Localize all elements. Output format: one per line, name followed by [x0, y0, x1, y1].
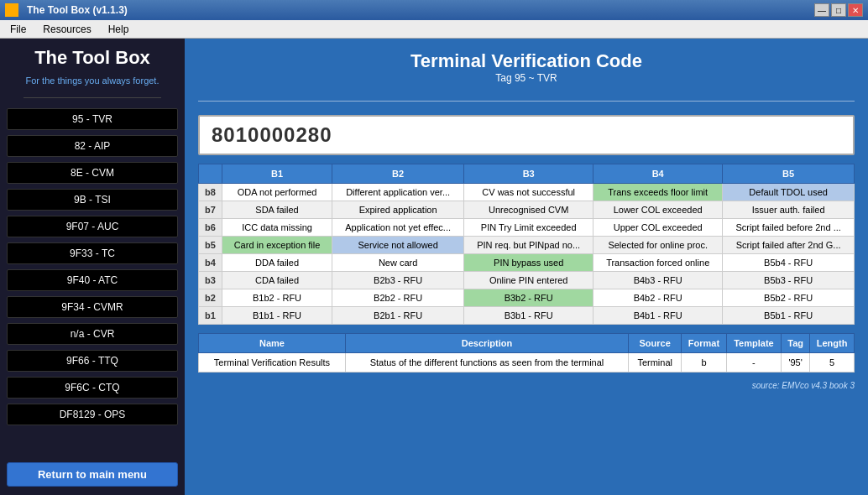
main-layout: The Tool Box For the things you always f… [0, 39, 868, 495]
table-row: Selected for online proc. [593, 237, 723, 254]
title-bar-left: The Tool Box (v1.1.3) [5, 3, 128, 17]
col-header-row [199, 164, 222, 184]
bit-row-label: b7 [199, 201, 222, 219]
table-row: ODA not performed [222, 184, 332, 201]
info-col-length: Length [810, 334, 855, 353]
table-row: B5b3 - RFU [723, 272, 855, 289]
minimize-button[interactable]: — [814, 3, 829, 17]
table-row: Unrecognised CVM [464, 201, 593, 219]
sidebar-btn-9f66ttq[interactable]: 9F66 - TTQ [7, 350, 178, 372]
table-row: PIN Try Limit exceeded [464, 219, 593, 237]
sidebar-btn-9f34cvmr[interactable]: 9F34 - CVMR [7, 296, 178, 318]
menu-file[interactable]: File [3, 22, 33, 37]
table-row: B5b4 - RFU [723, 254, 855, 272]
table-row: SDA failed [222, 201, 332, 219]
bit-row-label: b4 [199, 254, 222, 272]
title-bar: The Tool Box (v1.1.3) — □ ✕ [0, 0, 868, 20]
bit-row-label: b5 [199, 237, 222, 254]
table-row: Upper COL exceeded [593, 219, 723, 237]
col-header-b3: B3 [464, 164, 593, 184]
info-row-format: b [682, 353, 727, 373]
col-header-b4: B4 [593, 164, 723, 184]
tvr-input-container: 8010000280 [198, 115, 855, 155]
table-row: Trans exceeds floor limit [593, 184, 723, 201]
sidebar-subtitle: For the things you always forget. [26, 76, 159, 86]
table-row: Service not allowed [332, 237, 464, 254]
table-row: Script failed after 2nd G... [723, 237, 855, 254]
info-col-description: Description [345, 334, 628, 353]
bit-row-label: b6 [199, 219, 222, 237]
content-header: Terminal Verification Code Tag 95 ~ TVR [198, 50, 855, 84]
table-row: Lower COL exceeded [593, 201, 723, 219]
col-header-b1: B1 [222, 164, 332, 184]
table-row: ICC data missing [222, 219, 332, 237]
table-row: Online PIN entered [464, 272, 593, 289]
sidebar-btn-9f6cctq[interactable]: 9F6C - CTQ [7, 377, 178, 399]
info-col-source: Source [629, 334, 682, 353]
table-row: CDA failed [222, 272, 332, 289]
maximize-button[interactable]: □ [831, 3, 846, 17]
info-row-name: Terminal Verification Results [199, 353, 346, 373]
table-row: B5b2 - RFU [723, 289, 855, 307]
sidebar-btn-9f33tc[interactable]: 9F33 - TC [7, 242, 178, 264]
sidebar-btn-95tvr[interactable]: 95 - TVR [7, 108, 178, 130]
table-row: B4b2 - RFU [593, 289, 723, 307]
table-row: DDA failed [222, 254, 332, 272]
menu-resources[interactable]: Resources [36, 22, 97, 37]
sidebar-btn-nacvr[interactable]: n/a - CVR [7, 323, 178, 345]
col-header-b2: B2 [332, 164, 464, 184]
table-row: B4b3 - RFU [593, 272, 723, 289]
bit-row-label: b1 [199, 307, 222, 325]
info-col-format: Format [682, 334, 727, 353]
sidebar-btn-8ecvm[interactable]: 8E - CVM [7, 162, 178, 184]
table-row: New card [332, 254, 464, 272]
title-bar-controls[interactable]: — □ ✕ [814, 3, 863, 17]
table-row: Different application ver... [332, 184, 464, 201]
info-col-template: Template [726, 334, 781, 353]
info-row-tag: '95' [782, 353, 810, 373]
table-row: B5b1 - RFU [723, 307, 855, 325]
info-col-tag: Tag [782, 334, 810, 353]
sidebar-divider [24, 97, 160, 98]
table-row: B2b3 - RFU [332, 272, 464, 289]
sidebar-btn-9f07auc[interactable]: 9F07 - AUC [7, 216, 178, 237]
info-row-source: Terminal [629, 353, 682, 373]
info-table: Name Description Source Format Template … [198, 333, 855, 373]
table-row: PIN bypass used [464, 254, 593, 272]
table-row: B1b1 - RFU [222, 307, 332, 325]
header-divider [198, 101, 855, 102]
bit-row-label: b3 [199, 272, 222, 289]
menu-help[interactable]: Help [102, 22, 136, 37]
table-row: B2b1 - RFU [332, 307, 464, 325]
table-row: Default TDOL used [723, 184, 855, 201]
info-row-length: 5 [810, 353, 855, 373]
sidebar: The Tool Box For the things you always f… [0, 39, 185, 495]
sidebar-btn-9f40atc[interactable]: 9F40 - ATC [7, 269, 178, 291]
bit-table: B1 B2 B3 B4 B5 b8ODA not performedDiffer… [198, 164, 855, 325]
sidebar-btn-9btsi[interactable]: 9B - TSI [7, 189, 178, 211]
tvr-value: 8010000280 [212, 123, 841, 147]
app-icon [5, 3, 18, 17]
sidebar-title: The Tool Box [34, 47, 150, 69]
source-note: source: EMVco v4.3 book 3 [198, 381, 855, 390]
return-main-button[interactable]: Return to main menu [7, 462, 178, 487]
info-row-description: Status of the different functions as see… [345, 353, 628, 373]
table-row: B1b2 - RFU [222, 289, 332, 307]
col-header-b5: B5 [723, 164, 855, 184]
bit-row-label: b2 [199, 289, 222, 307]
info-row-template: - [726, 353, 781, 373]
info-col-name: Name [199, 334, 346, 353]
table-row: B2b2 - RFU [332, 289, 464, 307]
table-row: Script failed before 2nd ... [723, 219, 855, 237]
page-subtitle: Tag 95 ~ TVR [198, 72, 855, 84]
content-area: Terminal Verification Code Tag 95 ~ TVR … [185, 39, 868, 495]
sidebar-btn-82aip[interactable]: 82 - AIP [7, 135, 178, 157]
sidebar-btn-df8129ops[interactable]: DF8129 - OPS [7, 404, 178, 425]
table-row: Card in exception file [222, 237, 332, 254]
table-row: Expired application [332, 201, 464, 219]
window-title: The Tool Box (v1.1.3) [27, 4, 128, 16]
table-row: B3b1 - RFU [464, 307, 593, 325]
table-row: B3b2 - RFU [464, 289, 593, 307]
table-row: Transaction forced online [593, 254, 723, 272]
close-button[interactable]: ✕ [848, 3, 863, 17]
